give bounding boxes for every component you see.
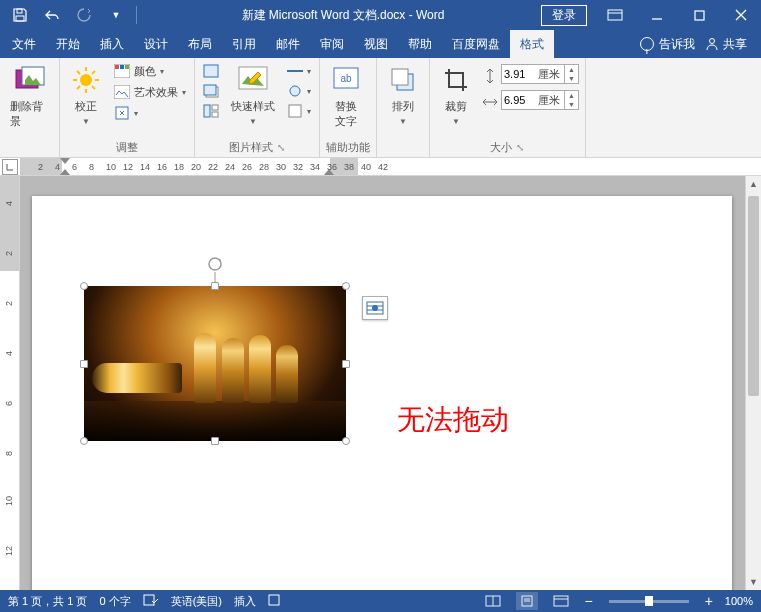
tab-selector[interactable] (2, 159, 18, 175)
crop-button[interactable]: 裁剪▼ (436, 62, 476, 128)
dialog-launcher[interactable]: ⤡ (516, 142, 524, 153)
tab-help[interactable]: 帮助 (398, 30, 442, 58)
language-status[interactable]: 英语(美国) (171, 594, 222, 609)
size-group-label: 大小 (490, 140, 512, 155)
artistic-icon (114, 84, 130, 100)
zoom-level[interactable]: 100% (725, 595, 753, 607)
zoom-out[interactable]: − (584, 593, 592, 609)
tab-format[interactable]: 格式 (510, 30, 554, 58)
word-count[interactable]: 0 个字 (99, 594, 130, 609)
resize-handle-s[interactable] (211, 437, 219, 445)
pic-style-group-label: 图片样式 (229, 140, 273, 155)
tellme-button[interactable]: 告诉我 (640, 36, 695, 53)
compress-icon (114, 105, 130, 121)
macro-status-icon[interactable] (268, 594, 280, 608)
height-icon (482, 68, 498, 84)
page-status[interactable]: 第 1 页，共 1 页 (8, 594, 87, 609)
svg-rect-42 (269, 595, 279, 605)
svg-text:ab: ab (340, 73, 352, 84)
artistic-effects-button[interactable]: 艺术效果▾ (112, 83, 188, 101)
height-input[interactable]: 厘米▲▼ (501, 64, 579, 84)
resize-handle-se[interactable] (342, 437, 350, 445)
zoom-in[interactable]: + (705, 593, 713, 609)
svg-rect-33 (289, 105, 301, 117)
svg-point-38 (209, 258, 221, 270)
tab-file[interactable]: 文件 (2, 30, 46, 58)
web-layout-button[interactable] (550, 592, 572, 610)
tab-mail[interactable]: 邮件 (266, 30, 310, 58)
pic-effects-button[interactable] (201, 82, 221, 100)
first-line-indent[interactable] (60, 158, 70, 164)
redo-button[interactable] (70, 2, 98, 28)
tab-view[interactable]: 视图 (354, 30, 398, 58)
spell-check-icon[interactable] (143, 593, 159, 609)
alt-text-button[interactable]: ab 替换 文字 (326, 62, 366, 131)
print-layout-button[interactable] (516, 592, 538, 610)
pic-border-drop[interactable]: ▾ (285, 62, 313, 80)
save-button[interactable] (6, 2, 34, 28)
pic-layout-drop[interactable]: ▾ (285, 102, 313, 120)
alt-text-icon: ab (330, 64, 362, 96)
arrange-button[interactable]: 排列▼ (383, 62, 423, 128)
spin-up[interactable]: ▲ (565, 65, 578, 74)
svg-point-40 (372, 305, 378, 311)
document-scroll-area[interactable]: 无法拖动 ▲ ▼ (20, 176, 761, 590)
resize-handle-n[interactable] (211, 282, 219, 290)
corrections-button[interactable]: 校正▼ (66, 62, 106, 128)
scroll-down[interactable]: ▼ (746, 574, 761, 590)
adjust-group-label: 调整 (66, 138, 188, 155)
tab-netdisk[interactable]: 百度网盘 (442, 30, 510, 58)
tab-home[interactable]: 开始 (46, 30, 90, 58)
spin-down[interactable]: ▼ (565, 74, 578, 83)
insert-mode[interactable]: 插入 (234, 594, 256, 609)
tab-design[interactable]: 设计 (134, 30, 178, 58)
maximize-button[interactable] (679, 0, 719, 30)
zoom-thumb[interactable] (645, 596, 653, 606)
scroll-up[interactable]: ▲ (746, 176, 761, 192)
remove-background-button[interactable]: 删除背景 (6, 62, 53, 131)
pic-effect-drop[interactable]: ▾ (285, 82, 313, 100)
vertical-scrollbar[interactable]: ▲ ▼ (745, 176, 761, 590)
color-button[interactable]: 颜色▾ (112, 62, 188, 80)
layout-options-button[interactable] (362, 296, 388, 320)
svg-rect-20 (120, 65, 124, 69)
selected-image[interactable] (84, 286, 346, 441)
tab-review[interactable]: 审阅 (310, 30, 354, 58)
svg-rect-37 (392, 69, 408, 85)
quick-styles-button[interactable]: 快速样式▼ (227, 62, 279, 128)
resize-handle-w[interactable] (80, 360, 88, 368)
pic-layout-button[interactable] (201, 102, 221, 120)
spin-up[interactable]: ▲ (565, 91, 578, 100)
resize-handle-e[interactable] (342, 360, 350, 368)
spin-down[interactable]: ▼ (565, 100, 578, 109)
svg-rect-28 (212, 105, 218, 110)
resize-handle-nw[interactable] (80, 282, 88, 290)
ribbon-options-button[interactable] (595, 0, 635, 30)
undo-button[interactable] (38, 2, 66, 28)
close-button[interactable] (721, 0, 761, 30)
tab-layout[interactable]: 布局 (178, 30, 222, 58)
hanging-indent[interactable] (60, 169, 70, 175)
resize-handle-sw[interactable] (80, 437, 88, 445)
qat-customize[interactable]: ▼ (102, 2, 130, 28)
crop-icon (440, 64, 472, 96)
share-button[interactable]: 共享 (705, 36, 747, 53)
dialog-launcher[interactable]: ⤡ (277, 142, 285, 153)
compress-button[interactable]: ▾ (112, 104, 188, 122)
resize-handle-ne[interactable] (342, 282, 350, 290)
login-button[interactable]: 登录 (541, 5, 587, 26)
read-mode-button[interactable] (482, 592, 504, 610)
minimize-button[interactable] (637, 0, 677, 30)
tab-insert[interactable]: 插入 (90, 30, 134, 58)
vertical-ruler[interactable]: 4224681012 (0, 176, 20, 590)
horizontal-ruler[interactable]: 24681012141618202224262830323436384042 (0, 158, 761, 176)
pic-border-button[interactable] (201, 62, 221, 80)
tab-references[interactable]: 引用 (222, 30, 266, 58)
scroll-thumb[interactable] (748, 196, 759, 396)
svg-line-15 (92, 86, 95, 89)
width-input[interactable]: 厘米▲▼ (501, 90, 579, 110)
svg-rect-41 (144, 595, 154, 605)
zoom-slider[interactable] (609, 600, 689, 603)
rotate-handle[interactable] (207, 256, 223, 272)
width-icon (482, 94, 498, 110)
